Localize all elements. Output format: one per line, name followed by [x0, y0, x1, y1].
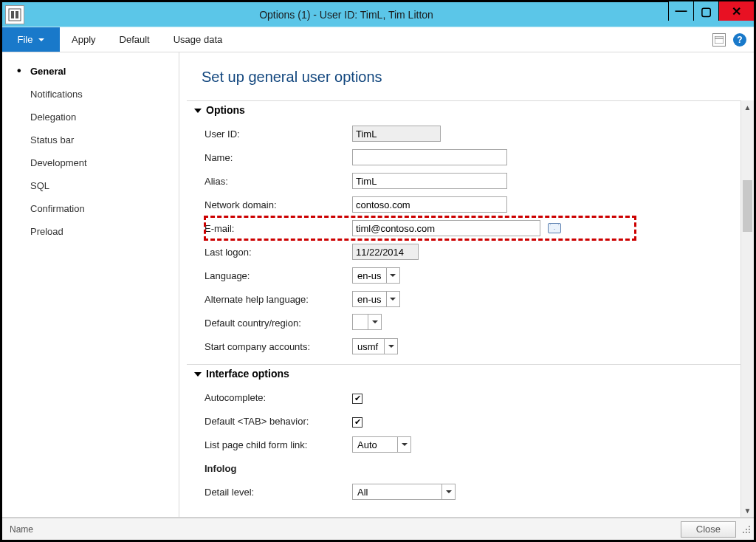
- sidebar-item-preload[interactable]: Preload: [2, 220, 179, 243]
- label-autocomplete: Autocomplete:: [205, 392, 352, 403]
- view-icon[interactable]: [712, 33, 726, 47]
- section-options-header[interactable]: Options: [187, 100, 754, 120]
- svg-rect-0: [9, 9, 21, 21]
- svg-rect-3: [715, 36, 724, 44]
- scroll-track[interactable]: [741, 114, 754, 504]
- row-user-id: User ID:: [205, 122, 754, 145]
- menubar: File Apply Default Usage data ?: [2, 27, 754, 52]
- label-detail-level: Detail level:: [205, 487, 352, 498]
- row-alt-help-language: Alternate help language: en-us: [205, 287, 754, 311]
- window-close-button[interactable]: ✕: [718, 1, 754, 21]
- row-default-tab: Default <TAB> behavior: ✔: [205, 409, 754, 433]
- page-title: Set up general user options: [179, 52, 754, 100]
- label-start-company: Start company accounts:: [205, 341, 352, 352]
- svg-rect-2: [16, 11, 18, 18]
- scroll-up-icon[interactable]: ▲: [741, 100, 754, 114]
- chevron-down-icon: [368, 315, 381, 329]
- field-language[interactable]: en-us: [352, 267, 400, 284]
- sidebar-item-delegation[interactable]: Delegation: [2, 106, 179, 128]
- window-buttons: — ▢ ✕: [668, 2, 754, 27]
- field-user-id: [352, 126, 441, 142]
- scroll-thumb[interactable]: [743, 180, 752, 232]
- statusbar-label: Name: [10, 524, 33, 535]
- minimize-button[interactable]: —: [668, 1, 693, 21]
- label-language: Language:: [205, 270, 352, 281]
- content-area: Set up general user options Options User…: [179, 52, 754, 517]
- field-name[interactable]: [352, 149, 507, 165]
- row-alias: Alias:: [205, 169, 754, 193]
- caret-down-icon: [194, 372, 202, 377]
- label-email: E-mail:: [205, 223, 352, 234]
- maximize-button[interactable]: ▢: [693, 1, 718, 21]
- chevron-down-icon: [386, 268, 399, 283]
- label-last-logon: Last logon:: [205, 247, 352, 258]
- caret-down-icon: [194, 109, 202, 113]
- help-icon[interactable]: ?: [733, 33, 746, 47]
- chevron-down-icon: [397, 437, 410, 452]
- label-name: Name:: [205, 152, 352, 163]
- row-last-logon: Last logon:: [205, 240, 754, 264]
- chevron-down-icon: [441, 484, 455, 499]
- field-start-company[interactable]: usmf: [352, 338, 398, 354]
- section-interface-title: Interface options: [206, 368, 289, 380]
- sidebar-item-statusbar[interactable]: Status bar: [2, 128, 179, 151]
- field-autocomplete[interactable]: ✔: [352, 394, 362, 404]
- label-list-page-link: List page child form link:: [205, 439, 352, 450]
- chevron-down-icon: [384, 339, 397, 354]
- menu-default[interactable]: Default: [108, 34, 162, 45]
- field-alias[interactable]: [352, 173, 507, 189]
- sidebar: General Notifications Delegation Status …: [2, 52, 179, 517]
- statusbar: Name Close: [2, 518, 754, 540]
- row-infolog-heading: Infolog: [205, 456, 754, 480]
- label-alt-help-language: Alternate help language:: [205, 294, 352, 305]
- row-language: Language: en-us: [205, 264, 754, 287]
- titlebar: Options (1) - User ID: TimL, Tim Litton …: [2, 2, 754, 27]
- sidebar-item-sql[interactable]: SQL: [2, 174, 179, 197]
- body: General Notifications Delegation Status …: [2, 52, 754, 518]
- field-email[interactable]: [352, 220, 540, 236]
- section-options-body: User ID: Name: Alias: Network domain:: [187, 120, 754, 364]
- row-start-company: Start company accounts: usmf: [205, 335, 754, 358]
- row-detail-level: Detail level: All: [205, 480, 754, 504]
- sidebar-item-general[interactable]: General: [2, 60, 179, 83]
- field-last-logon: [352, 244, 419, 260]
- label-infolog: Infolog: [205, 463, 352, 474]
- sidebar-item-confirmation[interactable]: Confirmation: [2, 197, 179, 220]
- options-window: Options (1) - User ID: TimL, Tim Litton …: [0, 0, 756, 542]
- field-network-domain[interactable]: [352, 196, 507, 213]
- label-user-id: User ID:: [205, 128, 352, 140]
- sidebar-item-notifications[interactable]: Notifications: [2, 83, 179, 106]
- row-email: E-mail:: [205, 216, 636, 240]
- app-icon: [5, 5, 24, 24]
- row-autocomplete: Autocomplete: ✔: [205, 385, 754, 409]
- section-interface-header[interactable]: Interface options: [187, 364, 754, 384]
- file-menu[interactable]: File: [2, 27, 60, 52]
- scroll-down-icon[interactable]: ▼: [741, 504, 754, 517]
- section-options-title: Options: [206, 104, 245, 116]
- chevron-down-icon: [38, 38, 44, 41]
- menu-apply[interactable]: Apply: [60, 34, 108, 45]
- svg-rect-1: [11, 11, 14, 18]
- row-name: Name:: [205, 145, 754, 169]
- email-icon[interactable]: [548, 223, 561, 233]
- close-button[interactable]: Close: [681, 521, 736, 538]
- field-default-tab[interactable]: ✔: [352, 417, 362, 428]
- row-list-page-link: List page child form link: Auto: [205, 433, 754, 456]
- field-list-page-link[interactable]: Auto: [352, 436, 411, 453]
- form-scroll-area: Options User ID: Name: Alias:: [179, 100, 754, 517]
- sidebar-item-development[interactable]: Development: [2, 151, 179, 174]
- section-interface-body: Autocomplete: ✔ Default <TAB> behavior: …: [187, 384, 754, 510]
- file-menu-label: File: [18, 34, 33, 45]
- label-default-country: Default country/region:: [205, 318, 352, 329]
- field-detail-level[interactable]: All: [352, 484, 456, 500]
- resize-grip-icon[interactable]: [740, 524, 752, 535]
- label-default-tab: Default <TAB> behavior:: [205, 416, 352, 427]
- label-alias: Alias:: [205, 176, 352, 187]
- label-network-domain: Network domain:: [205, 199, 352, 210]
- field-alt-help-language[interactable]: en-us: [352, 291, 400, 307]
- field-default-country[interactable]: [352, 314, 382, 330]
- menu-usage-data[interactable]: Usage data: [162, 34, 235, 45]
- vertical-scrollbar[interactable]: ▲ ▼: [740, 100, 754, 517]
- row-network-domain: Network domain:: [205, 193, 754, 216]
- window-title: Options (1) - User ID: TimL, Tim Litton: [24, 9, 668, 21]
